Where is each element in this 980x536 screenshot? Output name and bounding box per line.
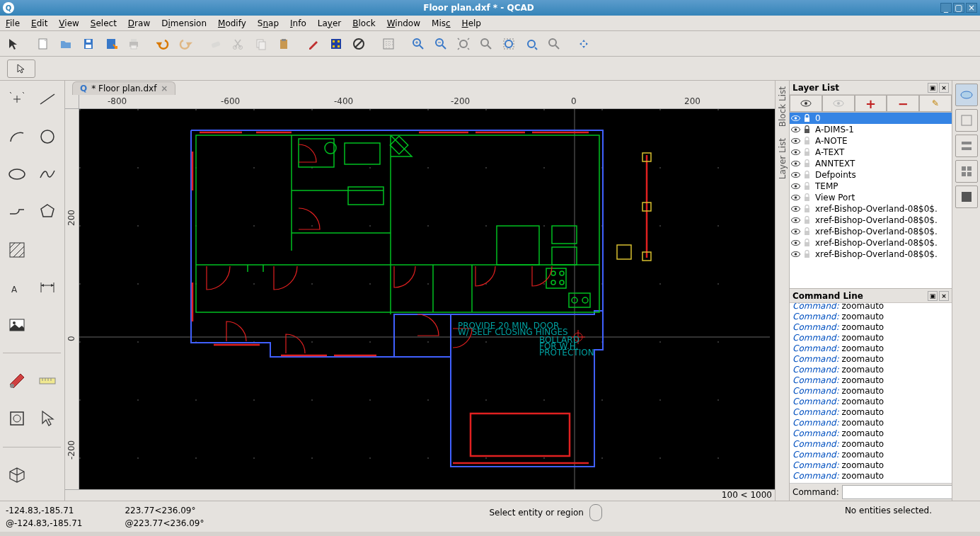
- point-tool-icon[interactable]: [3, 85, 31, 113]
- zoom-window-icon[interactable]: [498, 33, 519, 55]
- view-mode-1-icon[interactable]: [955, 84, 978, 106]
- menu-file[interactable]: File: [0, 16, 25, 30]
- grid-icon[interactable]: [378, 33, 399, 55]
- zoom-previous-icon[interactable]: [521, 33, 542, 55]
- isometric-tool-icon[interactable]: [3, 461, 31, 489]
- command-input[interactable]: [842, 485, 952, 499]
- eraser-icon[interactable]: [205, 33, 226, 55]
- view-mode-2-icon[interactable]: [955, 109, 978, 132]
- ruler-tool-icon[interactable]: [33, 367, 62, 395]
- layer-list[interactable]: 0 A-DIMS-1 A-NOTE A-TEXT ANNTEXT Defpoin…: [790, 113, 952, 288]
- pointer-tool-icon[interactable]: [3, 33, 24, 55]
- hatch-tool-icon[interactable]: [3, 236, 31, 264]
- layer-row[interactable]: xref-Bishop-Overland-08$0$.: [790, 237, 952, 249]
- eye-icon[interactable]: [791, 171, 801, 178]
- menu-block[interactable]: Block: [347, 16, 381, 30]
- pen-icon[interactable]: [303, 33, 324, 55]
- lock-icon[interactable]: [803, 114, 813, 122]
- eye-icon[interactable]: [791, 251, 801, 258]
- save-file-icon[interactable]: [78, 33, 99, 55]
- lock-icon[interactable]: [803, 250, 813, 258]
- zoom-in-icon[interactable]: [408, 33, 429, 55]
- print-icon[interactable]: [123, 33, 144, 55]
- menu-window[interactable]: Window: [381, 16, 426, 30]
- no-circle-icon[interactable]: [348, 33, 369, 55]
- view-mode-3-icon[interactable]: [955, 135, 978, 157]
- cut-icon[interactable]: [228, 33, 249, 55]
- menu-edit[interactable]: Edit: [25, 16, 53, 30]
- zoom-out-icon[interactable]: [430, 33, 451, 55]
- arc-tool-icon[interactable]: [3, 122, 31, 151]
- eye-icon[interactable]: [791, 115, 801, 122]
- text-tool-icon[interactable]: A: [3, 273, 31, 302]
- layer-row[interactable]: xref-Bishop-Overland-08$0$.: [790, 215, 952, 226]
- layer-row[interactable]: 0: [790, 113, 952, 124]
- drawing-canvas[interactable]: PROVIDE 20 MIN. DOORW/ SELF CLOSING HING…: [79, 109, 775, 489]
- layer-row[interactable]: A-TEXT: [790, 147, 952, 158]
- menu-modify[interactable]: Modify: [212, 16, 252, 30]
- document-tab[interactable]: Q * Floor plan.dxf ×: [72, 81, 175, 95]
- layer-row[interactable]: A-DIMS-1: [790, 124, 952, 135]
- eye-icon[interactable]: [791, 183, 801, 190]
- cmd-close-icon[interactable]: ×: [939, 291, 949, 301]
- panel-close-icon[interactable]: ×: [939, 83, 949, 93]
- select-tool-icon[interactable]: [33, 404, 62, 433]
- tab-layer-list[interactable]: Layer List: [776, 132, 789, 185]
- eye-icon[interactable]: [791, 126, 801, 133]
- pattern-icon[interactable]: [325, 33, 347, 55]
- layer-row[interactable]: ANNTEXT: [790, 158, 952, 169]
- layer-row[interactable]: xref-Bishop-Overland-08$0$.: [790, 226, 952, 237]
- lock-icon[interactable]: [803, 137, 813, 145]
- undo-icon[interactable]: [153, 33, 174, 55]
- eye-icon[interactable]: [791, 137, 801, 144]
- save-as-icon[interactable]: [100, 33, 122, 55]
- menu-misc[interactable]: Misc: [426, 16, 456, 30]
- view-mode-5-icon[interactable]: [955, 186, 978, 208]
- lock-icon[interactable]: [803, 159, 813, 168]
- cmd-float-icon[interactable]: ▣: [928, 291, 938, 301]
- measure-tool-icon[interactable]: [3, 367, 31, 395]
- layer-row[interactable]: TEMP: [790, 181, 952, 192]
- layer-row[interactable]: View Port: [790, 192, 952, 203]
- eye-icon[interactable]: [791, 194, 801, 201]
- add-layer-button[interactable]: +: [855, 95, 887, 112]
- hide-all-layers-icon[interactable]: [822, 95, 855, 112]
- lock-icon[interactable]: [803, 125, 813, 134]
- eye-icon[interactable]: [791, 205, 801, 212]
- close-button[interactable]: ×: [966, 3, 977, 13]
- lock-icon[interactable]: [803, 182, 813, 190]
- zoom-extents-icon[interactable]: [453, 33, 474, 55]
- image-tool-icon[interactable]: [3, 311, 31, 339]
- lock-icon[interactable]: [803, 239, 813, 247]
- minimize-button[interactable]: _: [940, 3, 952, 13]
- tab-close-icon[interactable]: ×: [161, 84, 168, 93]
- view-mode-4-icon[interactable]: [955, 160, 978, 183]
- layer-row[interactable]: xref-Bishop-Overland-08$0$.: [790, 203, 952, 215]
- new-file-icon[interactable]: [33, 33, 54, 55]
- lock-icon[interactable]: [803, 193, 813, 202]
- eye-icon[interactable]: [791, 160, 801, 167]
- layer-row[interactable]: Defpoints: [790, 169, 952, 181]
- copy-icon[interactable]: [250, 33, 272, 55]
- spline-tool-icon[interactable]: [33, 160, 62, 188]
- lock-icon[interactable]: [803, 216, 813, 224]
- maximize-button[interactable]: ▢: [953, 3, 964, 13]
- menu-info[interactable]: Info: [284, 16, 312, 30]
- circle-tool-icon[interactable]: [33, 122, 62, 151]
- menu-view[interactable]: View: [53, 16, 84, 30]
- polygon-tool-icon[interactable]: [33, 198, 62, 226]
- lock-icon[interactable]: [803, 171, 813, 179]
- edit-layer-button[interactable]: ✎: [919, 95, 952, 112]
- menu-layer[interactable]: Layer: [312, 16, 347, 30]
- pan-icon[interactable]: [573, 33, 594, 55]
- lock-icon[interactable]: [803, 205, 813, 213]
- open-file-icon[interactable]: [55, 33, 76, 55]
- menu-draw[interactable]: Draw: [122, 16, 156, 30]
- dimension-tool-icon[interactable]: [33, 273, 62, 302]
- tab-block-list[interactable]: Block List: [776, 81, 789, 132]
- menu-snap[interactable]: Snap: [252, 16, 284, 30]
- remove-layer-button[interactable]: −: [887, 95, 919, 112]
- command-log[interactable]: Command: zoomautoCommand: zoomautoComman…: [790, 303, 952, 483]
- eye-icon[interactable]: [791, 149, 801, 156]
- zoom-selection-icon[interactable]: [475, 33, 497, 55]
